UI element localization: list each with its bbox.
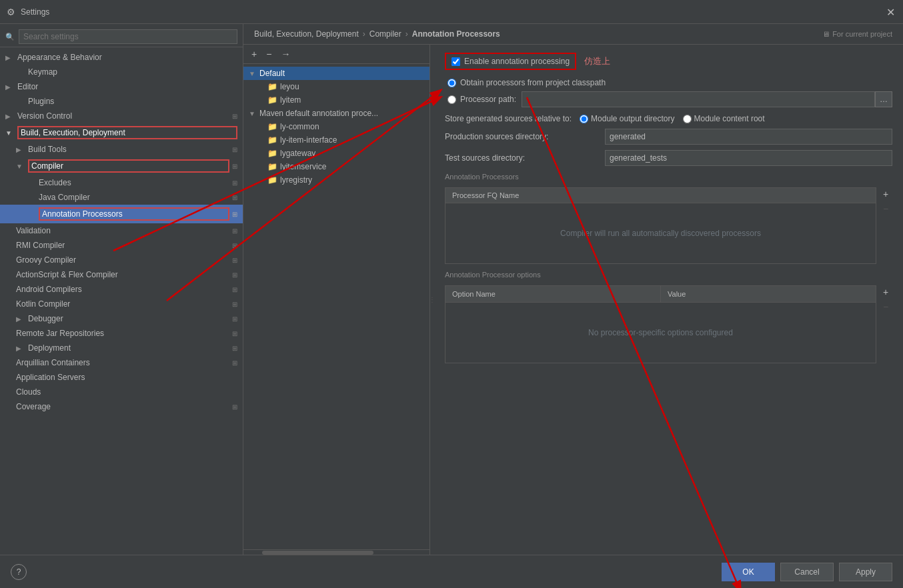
remove-profile-button[interactable]: − — [263, 47, 274, 61]
sidebar-item-arquillian[interactable]: Arquillian Containers ⊞ — [0, 355, 243, 370]
search-bar: 🔍 — [0, 27, 243, 47]
ok-button[interactable]: OK — [722, 563, 775, 581]
breadcrumb-part2: Compiler — [369, 29, 401, 39]
scrollbar-area — [243, 549, 429, 555]
settings-icon: ⊞ — [232, 301, 237, 308]
tree-item-leyou[interactable]: 📁 leyou — [243, 80, 429, 93]
sidebar-item-compiler[interactable]: ▼ Compiler ⊞ — [0, 157, 243, 175]
settings-icon: ⊞ — [232, 345, 237, 352]
sidebar-item-label: Debugger — [28, 314, 229, 323]
sidebar-item-remote-jar[interactable]: Remote Jar Repositories ⊞ — [0, 326, 243, 341]
sidebar-item-groovy-compiler[interactable]: Groovy Compiler ⊞ — [0, 253, 243, 267]
settings-icon: ⊞ — [232, 146, 237, 153]
add-processor-button[interactable]: + — [879, 187, 892, 201]
processor-path-radio[interactable] — [447, 95, 456, 104]
production-sources-input[interactable] — [605, 129, 892, 145]
sidebar-item-android-compilers[interactable]: Android Compilers ⊞ — [0, 282, 243, 297]
processor-empty-text: Compiler will run all automatically disc… — [560, 229, 761, 238]
sidebar-item-build-tools[interactable]: ▶ Build Tools ⊞ — [0, 142, 243, 157]
sidebar-item-keymap[interactable]: Keymap — [0, 65, 243, 79]
tree-item-ly-common[interactable]: 📁 ly-common — [243, 120, 429, 133]
annotation-options-section-header: Annotation Processor options — [445, 271, 892, 281]
sidebar-item-label: Appearance & Behavior — [17, 53, 237, 62]
sidebar-item-debugger[interactable]: ▶ Debugger ⊞ — [0, 311, 243, 326]
sidebar-item-clouds[interactable]: Clouds — [0, 385, 243, 399]
close-button[interactable]: ✕ — [886, 5, 895, 18]
module-tree-list: ▼ Default 📁 leyou 📁 lyitem ▼ — [243, 64, 429, 549]
add-profile-button[interactable]: + — [249, 47, 259, 61]
tree-item-lygateway[interactable]: 📁 lygateway — [243, 147, 429, 160]
settings-icon: ⊞ — [232, 315, 237, 323]
window-title: Settings — [21, 7, 49, 17]
module-output-option[interactable]: Module output directory — [580, 114, 674, 123]
tree-item-lyregistry[interactable]: 📁 lyregistry — [243, 173, 429, 187]
module-content-radio[interactable] — [683, 115, 692, 123]
module-output-radio[interactable] — [580, 115, 588, 123]
sidebar-item-validation[interactable]: Validation ⊞ — [0, 223, 243, 238]
sidebar-item-deployment[interactable]: ▶ Deployment ⊞ — [0, 341, 243, 355]
sidebar-item-rmi-compiler[interactable]: RMI Compiler ⊞ — [0, 238, 243, 253]
expand-arrow-icon: ▼ — [5, 129, 15, 137]
sidebar-item-label: Validation — [16, 226, 229, 235]
sidebar-item-appearance[interactable]: ▶ Appearance & Behavior — [0, 50, 243, 65]
generated-radio-group: Module output directory Module content r… — [580, 114, 764, 123]
sidebar-item-application-servers[interactable]: Application Servers — [0, 370, 243, 385]
tree-item-default[interactable]: ▼ Default — [243, 67, 429, 80]
expand-icon: ▶ — [16, 345, 25, 352]
processor-path-row: Processor path: … — [445, 91, 892, 107]
sidebar-item-version-control[interactable]: ▶ Version Control ⊞ — [0, 109, 243, 123]
sidebar-item-annotation-processors[interactable]: Annotation Processors ⊞ — [0, 205, 243, 223]
help-button[interactable]: ? — [11, 564, 27, 580]
production-sources-label: Production sources directory: — [445, 132, 605, 141]
action-buttons: OK Cancel Apply — [722, 563, 892, 581]
settings-icon: ⊞ — [232, 330, 237, 337]
obtain-classpath-radio[interactable] — [447, 79, 456, 87]
settings-icon: ⊞ — [232, 194, 237, 201]
title-bar: ⚙ Settings ✕ — [0, 0, 903, 24]
sidebar-item-plugins[interactable]: Plugins — [0, 94, 243, 109]
navigate-profile-button[interactable]: → — [278, 47, 293, 61]
expand-icon: ▶ — [5, 83, 15, 91]
enable-annotation-checkbox[interactable] — [452, 57, 460, 66]
settings-icon: ⊞ — [232, 113, 237, 120]
sidebar: 🔍 ▶ Appearance & Behavior Keymap ▶ Edito… — [0, 24, 243, 555]
settings-icon: ⊞ — [232, 179, 237, 187]
sidebar-item-excludes[interactable]: Excludes ⊞ — [0, 175, 243, 190]
remove-option-button[interactable]: − — [879, 300, 892, 313]
browse-button[interactable]: … — [875, 91, 892, 107]
scrollbar-thumb[interactable] — [262, 551, 373, 555]
test-sources-row: Test sources directory: — [445, 150, 892, 166]
settings-icon: ⊞ — [232, 227, 237, 235]
sidebar-item-java-compiler[interactable]: Java Compiler ⊞ — [0, 190, 243, 205]
tree-item-ly-item-interface[interactable]: 📁 ly-item-interface — [243, 133, 429, 147]
tree-item-lyitem[interactable]: 📁 lyitem — [243, 93, 429, 107]
production-sources-row: Production sources directory: — [445, 129, 892, 145]
search-icon: 🔍 — [5, 33, 15, 41]
sidebar-item-coverage[interactable]: Coverage ⊞ — [0, 399, 243, 414]
processor-path-input[interactable] — [522, 91, 875, 107]
cancel-button[interactable]: Cancel — [780, 563, 834, 581]
sidebar-item-label: Android Compilers — [16, 285, 229, 294]
processor-path-label: Processor path: — [460, 95, 516, 104]
generated-sources-label: Store generated sources relative to: — [445, 114, 572, 123]
test-sources-label: Test sources directory: — [445, 153, 605, 163]
sidebar-item-label: Deployment — [28, 343, 229, 353]
tree-item-lyitemservice[interactable]: 📁 lyitemservice — [243, 160, 429, 173]
remove-processor-button[interactable]: − — [879, 202, 892, 215]
tree-item-maven-default[interactable]: ▼ Maven default annotation proce... — [243, 107, 429, 120]
sidebar-item-build-exec-deploy[interactable]: ▼ Build, Execution, Deployment — [0, 123, 243, 142]
sidebar-item-editor[interactable]: ▶ Editor — [0, 79, 243, 94]
apply-button[interactable]: Apply — [839, 563, 892, 581]
enable-annotation-container[interactable]: Enable annotation processing — [445, 53, 576, 70]
tree-item-label: Default — [259, 69, 285, 78]
sidebar-item-kotlin-compiler[interactable]: Kotlin Compiler ⊞ — [0, 297, 243, 311]
module-content-option[interactable]: Module content root — [683, 114, 765, 123]
test-sources-input[interactable] — [605, 150, 892, 166]
add-option-button[interactable]: + — [879, 285, 892, 299]
sidebar-item-label: RMI Compiler — [16, 241, 229, 250]
search-input[interactable] — [19, 29, 237, 44]
sidebar-item-actionscript[interactable]: ActionScript & Flex Compiler ⊞ — [0, 267, 243, 282]
module-tree-toolbar: + − → — [243, 45, 429, 64]
settings-icon: ⊞ — [232, 211, 237, 218]
expand-icon: ▼ — [249, 110, 258, 117]
